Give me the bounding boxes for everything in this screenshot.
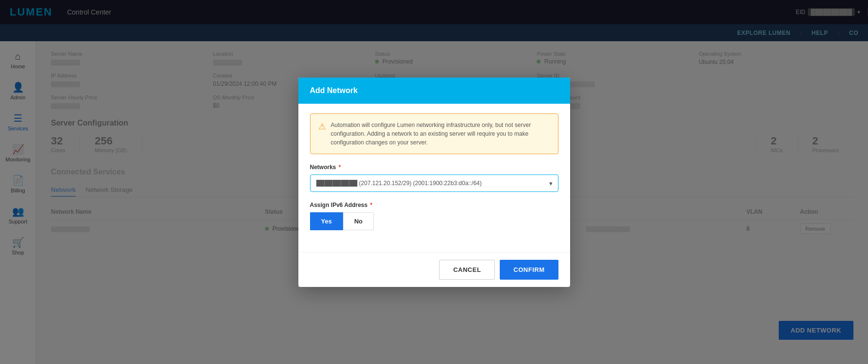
modal-header: Add Network [298,78,570,104]
networks-label: Networks * [310,164,558,171]
modal-body: ⚠ Automation will configure Lumen networ… [298,104,570,252]
yes-button[interactable]: Yes [310,212,343,230]
assign-ipv6-label: Assign IPv6 Address * [310,202,558,208]
ipv6-required: * [368,202,372,208]
networks-select[interactable]: ██████████ (207.121.20.152/29) (2001:190… [310,174,558,192]
modal-overlay: Add Network ⚠ Automation will configure … [0,0,868,364]
no-button[interactable]: No [343,212,374,230]
modal-footer: CANCEL CONFIRM [298,252,570,287]
modal-title: Add Network [310,86,358,95]
warning-box: ⚠ Automation will configure Lumen networ… [310,113,558,154]
networks-required: * [337,164,341,171]
warning-icon: ⚠ [318,121,326,132]
confirm-button[interactable]: CONFIRM [500,260,558,280]
networks-select-wrapper: ██████████ (207.121.20.152/29) (2001:190… [310,174,558,192]
warning-text: Automation will configure Lumen networki… [331,121,550,147]
add-network-modal: Add Network ⚠ Automation will configure … [298,78,570,287]
cancel-button[interactable]: CANCEL [439,260,495,280]
toggle-group: Yes No [310,212,558,230]
